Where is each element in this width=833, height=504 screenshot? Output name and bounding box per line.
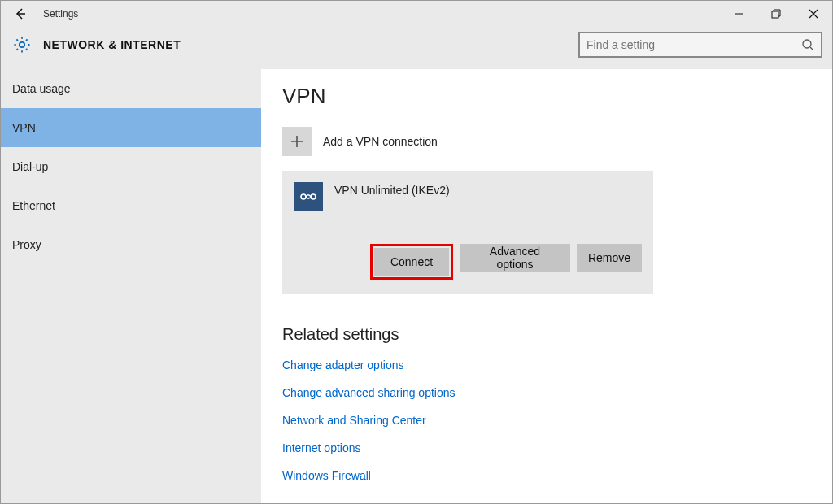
window-title: Settings	[40, 8, 78, 20]
gear-icon	[11, 33, 33, 56]
svg-point-3	[301, 194, 306, 199]
vpn-icon	[294, 182, 323, 211]
link-network-sharing-center[interactable]: Network and Sharing Center	[282, 414, 811, 427]
sidebar: Data usage VPN Dial-up Ethernet Proxy	[1, 69, 261, 504]
link-windows-firewall[interactable]: Windows Firewall	[282, 469, 811, 482]
plus-icon	[282, 127, 312, 156]
back-button[interactable]	[1, 1, 40, 27]
sidebar-item-vpn[interactable]: VPN	[1, 108, 261, 147]
sidebar-item-label: Ethernet	[12, 199, 55, 212]
sidebar-item-label: VPN	[12, 121, 36, 134]
titlebar: Settings	[1, 1, 832, 27]
sidebar-item-dial-up[interactable]: Dial-up	[1, 147, 261, 186]
maximize-button[interactable]	[757, 1, 795, 27]
sidebar-item-label: Data usage	[12, 82, 71, 95]
search-box[interactable]	[578, 32, 822, 58]
close-icon	[809, 9, 818, 19]
svg-rect-0	[772, 11, 778, 18]
sidebar-item-label: Dial-up	[12, 160, 48, 173]
search-input[interactable]	[587, 38, 801, 51]
page-title: VPN	[282, 84, 811, 109]
add-vpn-label: Add a VPN connection	[323, 135, 438, 148]
advanced-options-button[interactable]: Advanced options	[460, 244, 570, 272]
arrow-left-icon	[14, 7, 27, 20]
svg-point-4	[311, 194, 316, 199]
main-content: VPN Add a VPN connection VPN	[261, 69, 832, 504]
search-icon	[801, 38, 814, 51]
svg-point-1	[20, 42, 24, 47]
svg-point-2	[803, 40, 811, 48]
link-change-adapter-options[interactable]: Change adapter options	[282, 358, 811, 371]
link-internet-options[interactable]: Internet options	[282, 441, 811, 454]
header: NETWORK & INTERNET	[1, 27, 832, 69]
sidebar-item-label: Proxy	[12, 238, 41, 251]
sidebar-item-proxy[interactable]: Proxy	[1, 225, 261, 264]
connect-highlight: Connect	[370, 244, 453, 280]
sidebar-item-data-usage[interactable]: Data usage	[1, 69, 261, 108]
link-change-advanced-sharing[interactable]: Change advanced sharing options	[282, 386, 811, 399]
section-title: NETWORK & INTERNET	[43, 38, 181, 51]
vpn-connection-card[interactable]: VPN Unlimited (IKEv2) Connect Advanced o…	[282, 171, 653, 294]
vpn-connection-name: VPN Unlimited (IKEv2)	[334, 182, 450, 197]
minimize-icon	[734, 9, 744, 19]
add-vpn-row[interactable]: Add a VPN connection	[282, 127, 811, 156]
close-button[interactable]	[795, 1, 832, 27]
connect-button[interactable]: Connect	[374, 248, 449, 276]
maximize-icon	[771, 9, 781, 19]
sidebar-item-ethernet[interactable]: Ethernet	[1, 186, 261, 225]
related-settings-heading: Related settings	[282, 325, 811, 344]
minimize-button[interactable]	[720, 1, 757, 27]
remove-button[interactable]: Remove	[577, 244, 642, 272]
